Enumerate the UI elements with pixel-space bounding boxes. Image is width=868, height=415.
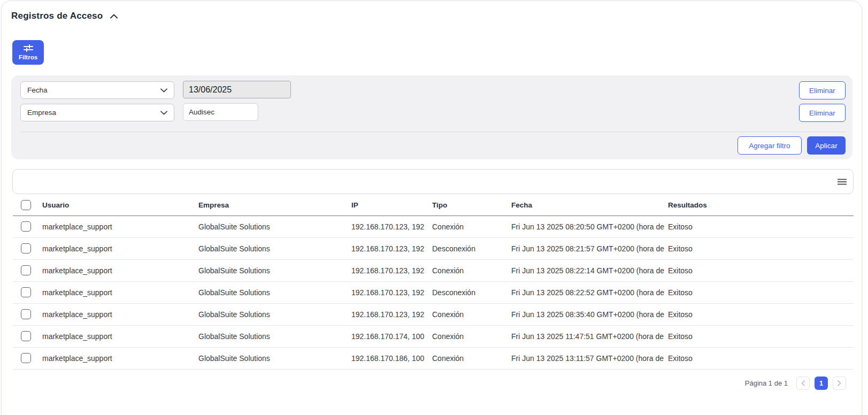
cell-ip: 192.168.170.123, 192 — [351, 303, 432, 325]
cell-empresa: GlobalSuite Solutions — [198, 237, 351, 259]
filter-panel-divider — [20, 132, 846, 132]
cell-fecha: Fri Jun 13 2025 08:20:50 GMT+0200 (hora … — [511, 216, 668, 237]
cell-empresa: GlobalSuite Solutions — [198, 259, 351, 281]
cell-fecha: Fri Jun 13 2025 08:22:14 GMT+0200 (hora … — [511, 259, 668, 281]
cell-empresa: GlobalSuite Solutions — [198, 303, 351, 325]
cell-ip: 192.168.170.123, 192 — [351, 237, 432, 259]
cell-resultados: Exitoso — [668, 237, 854, 259]
row-checkbox[interactable] — [21, 331, 31, 341]
cell-usuario: marketplace_support — [42, 259, 198, 281]
row-checkbox[interactable] — [21, 309, 31, 319]
table-row: marketplace_support GlobalSuite Solution… — [13, 303, 854, 325]
chevron-down-icon — [160, 88, 167, 93]
table-row: marketplace_support GlobalSuite Solution… — [13, 216, 854, 237]
cell-usuario: marketplace_support — [42, 216, 198, 237]
cell-usuario: marketplace_support — [42, 281, 198, 303]
pagination-next-button[interactable] — [833, 376, 846, 390]
cell-empresa: GlobalSuite Solutions — [198, 216, 351, 237]
cell-tipo: Desconexión — [432, 237, 511, 259]
cell-tipo: Desconexión — [432, 281, 511, 303]
cell-empresa: GlobalSuite Solutions — [198, 281, 351, 303]
filters-toggle-button[interactable]: Filtros — [12, 40, 44, 65]
page-header: Registros de Acceso — [11, 11, 118, 21]
pagination-status: Página 1 de 1 — [745, 379, 788, 387]
cell-tipo: Conexión — [432, 259, 511, 281]
table-header-row: Usuario Empresa IP Tipo Fecha Resultados — [13, 195, 854, 216]
filter-field-selected-value: Empresa — [27, 109, 56, 117]
cell-tipo: Conexión — [432, 347, 511, 369]
row-checkbox[interactable] — [21, 265, 31, 275]
collapse-chevron-up-icon[interactable] — [110, 14, 118, 19]
chevron-down-icon — [160, 111, 167, 115]
table-row: marketplace_support GlobalSuite Solution… — [13, 347, 854, 369]
cell-tipo: Conexión — [432, 325, 511, 347]
cell-resultados: Exitoso — [668, 347, 854, 369]
filter-field-select-fecha[interactable]: Fecha — [20, 81, 174, 99]
cell-usuario: marketplace_support — [42, 347, 198, 369]
table-row: marketplace_support GlobalSuite Solution… — [13, 259, 854, 281]
column-header-fecha[interactable]: Fecha — [511, 195, 668, 216]
cell-fecha: Fri Jun 13 2025 08:35:40 GMT+0200 (hora … — [511, 303, 668, 325]
chevron-right-icon — [838, 380, 841, 386]
cell-resultados: Exitoso — [668, 216, 854, 237]
cell-usuario: marketplace_support — [42, 325, 198, 347]
cell-usuario: marketplace_support — [42, 303, 198, 325]
access-logs-card: Registros de Acceso Filtros Fecha Elimin… — [1, 1, 862, 415]
column-header-ip[interactable]: IP — [351, 195, 432, 216]
filter-field-select-empresa[interactable]: Empresa — [20, 104, 174, 121]
filter-empresa-input[interactable] — [183, 103, 258, 121]
cell-resultados: Exitoso — [668, 325, 854, 347]
cell-ip: 192.168.170.123, 192 — [351, 216, 432, 237]
add-filter-button[interactable]: Agregar filtro — [738, 136, 802, 155]
cell-fecha: Fri Jun 13 2025 13:11:57 GMT+0200 (hora … — [511, 347, 668, 369]
select-all-checkbox[interactable] — [21, 200, 31, 210]
row-checkbox[interactable] — [21, 287, 31, 297]
column-header-empresa[interactable]: Empresa — [198, 195, 351, 216]
cell-resultados: Exitoso — [668, 303, 854, 325]
cell-resultados: Exitoso — [668, 281, 854, 303]
column-header-resultados[interactable]: Resultados — [668, 195, 854, 216]
table-menu-hamburger-icon[interactable] — [838, 178, 847, 185]
chevron-left-icon — [801, 380, 805, 386]
filter-date-input[interactable] — [183, 81, 291, 98]
filter-panel: Fecha Eliminar Empresa Eliminar Agregar … — [11, 75, 852, 159]
access-logs-table: Usuario Empresa IP Tipo Fecha Resultados… — [13, 195, 854, 370]
filters-toggle-label: Filtros — [19, 54, 37, 60]
page-title: Registros de Acceso — [11, 11, 103, 21]
cell-tipo: Conexión — [432, 216, 511, 237]
apply-filters-button[interactable]: Aplicar — [807, 136, 846, 155]
cell-ip: 192.168.170.174, 100 — [351, 325, 432, 347]
cell-empresa: GlobalSuite Solutions — [198, 347, 351, 369]
table-row: marketplace_support GlobalSuite Solution… — [13, 237, 854, 259]
filter-field-selected-value: Fecha — [27, 86, 48, 94]
cell-tipo: Conexión — [432, 303, 511, 325]
cell-ip: 192.168.170.123, 192 — [351, 281, 432, 303]
cell-fecha: Fri Jun 13 2025 11:47:51 GMT+0200 (hora … — [511, 325, 668, 347]
column-header-usuario[interactable]: Usuario — [42, 195, 198, 216]
row-checkbox[interactable] — [21, 353, 31, 363]
cell-ip: 192.168.170.123, 192 — [351, 259, 432, 281]
pagination-page-1-button[interactable]: 1 — [815, 376, 828, 390]
sliders-icon — [24, 44, 33, 52]
pagination-prev-button[interactable] — [796, 376, 810, 390]
table-row: marketplace_support GlobalSuite Solution… — [13, 281, 854, 303]
cell-fecha: Fri Jun 13 2025 08:21:57 GMT+0200 (hora … — [511, 237, 668, 259]
remove-filter-empresa-button[interactable]: Eliminar — [799, 104, 846, 122]
row-checkbox[interactable] — [21, 221, 31, 232]
cell-empresa: GlobalSuite Solutions — [198, 325, 351, 347]
table-toolbar — [12, 169, 854, 194]
row-checkbox[interactable] — [21, 243, 31, 253]
column-header-tipo[interactable]: Tipo — [432, 195, 511, 216]
cell-fecha: Fri Jun 13 2025 08:22:52 GMT+0200 (hora … — [511, 281, 668, 303]
pagination: Página 1 de 1 1 — [745, 376, 846, 390]
cell-ip: 192.168.170.186, 100 — [351, 347, 432, 369]
cell-usuario: marketplace_support — [42, 237, 198, 259]
cell-resultados: Exitoso — [668, 259, 854, 281]
table-row: marketplace_support GlobalSuite Solution… — [13, 325, 854, 347]
remove-filter-fecha-button[interactable]: Eliminar — [799, 81, 846, 99]
